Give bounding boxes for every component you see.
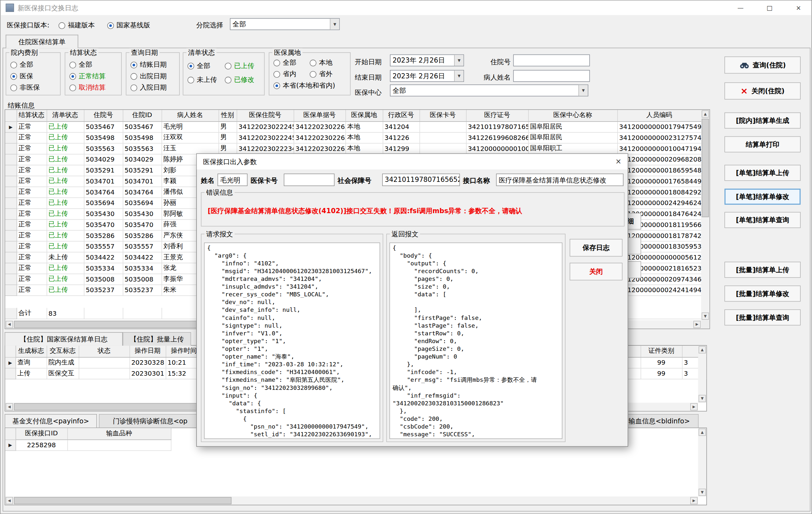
column-header[interactable]: 状态 [79,346,129,357]
generate-settlement-button[interactable]: [院内]结算单生成 [724,112,801,129]
scroll-down-icon[interactable]: ▼ [699,395,706,402]
minimize-button[interactable]: — [729,1,752,15]
column-header[interactable]: 交互标志 [47,346,79,357]
column-header[interactable]: 病人姓名 [162,110,219,121]
dropdown-arrow-icon[interactable]: ▼ [330,19,339,30]
log-vertical-scrollbar[interactable]: ▲ ▼ [698,346,706,403]
table-vertical-scrollbar[interactable]: ▲ ▼ [701,110,709,320]
column-header[interactable]: 证件类别 [641,346,682,357]
scroll-up-icon[interactable]: ▲ [699,346,706,354]
dropdown-arrow-icon[interactable]: ▼ [578,85,588,96]
dropdown-arrow-icon[interactable]: ▼ [454,55,463,66]
filter-radio[interactable]: 本省(本地和省内) [273,80,310,91]
column-header[interactable]: 性别 [219,110,236,121]
scroll-right-icon[interactable]: ▶ [693,321,701,328]
scrollbar-thumb[interactable] [14,497,231,504]
settlement-row[interactable]: 正常 已上传 5035498 5035498 汪双双 男 34122023022… [5,132,701,143]
filter-radio[interactable]: 取消结算 [69,82,105,93]
column-header[interactable]: 住院ID [123,110,162,121]
ssn-input[interactable]: 342101197807165652 [382,173,460,186]
single-query-button[interactable]: [单笔]结算单查询 [724,212,801,228]
column-header[interactable]: 医保单据号 [294,110,345,121]
interface-name-input[interactable]: 医疗保障基金结算清单信息状态修改 [496,173,624,186]
column-header[interactable]: 医保接口ID [16,428,67,439]
dialog-close-button[interactable]: 关闭 [570,263,622,280]
scroll-down-icon[interactable]: ▼ [702,313,709,320]
single-upload-button[interactable]: [单笔]结算单上传 [724,165,801,181]
batch-upload-button[interactable]: [批量]结算单上传 [724,262,801,278]
column-header[interactable]: 医保卡号 [419,110,466,121]
patient-name-input[interactable] [513,70,590,82]
filter-radio[interactable]: 省内 [273,69,310,80]
filter-radio[interactable]: 正常结算 [69,71,105,82]
filter-radio[interactable]: 未上传 [187,74,225,85]
filter-radio[interactable]: 全部 [69,59,105,70]
column-header[interactable]: 清单状态 [47,110,84,121]
scroll-up-icon[interactable]: ▲ [699,429,706,436]
filter-radio[interactable]: 已上传 [225,60,262,71]
column-header[interactable]: 人员编码 [617,110,701,121]
filter-radio[interactable]: 医保 [10,71,40,82]
print-settlement-button[interactable]: 结算单打印 [724,136,801,153]
filter-radio[interactable]: 省外 [310,69,350,80]
batch-modify-button[interactable]: [批量]结算单修改 [724,286,801,302]
start-date-picker[interactable]: 2023年 2月26日 ▼ [390,54,464,66]
column-header[interactable]: 医保属地 [345,110,383,121]
tab-national-settlement-log[interactable]: 【住院】国家医保结算单日志 [4,332,122,346]
maximize-button[interactable]: □ [758,1,781,15]
batch-query-button[interactable]: [批量]结算单查询 [724,309,801,325]
dropdown-arrow-icon[interactable]: ▼ [454,71,463,82]
column-header[interactable]: 输血品种 [67,428,171,439]
branch-select[interactable]: 全部 ▼ [230,18,340,30]
scroll-left-icon[interactable]: ◀ [6,497,13,504]
scroll-left-icon[interactable]: ◀ [6,403,13,410]
settlement-row[interactable]: 正常 已上传 5035563 5035563 汪玉 男 341220230222… [5,143,701,154]
filter-radio[interactable]: 非医保 [10,82,40,93]
scroll-right-icon[interactable]: ▶ [690,497,698,504]
tab-bldinfo[interactable]: 输血信息<bldinfo> [620,414,699,428]
scroll-right-icon[interactable]: ▶ [690,403,698,410]
column-header[interactable]: 医保中心名称 [528,110,617,121]
version-radio[interactable]: 福建版本 [59,20,95,31]
tab-inpatient-settlement[interactable]: 住院医保结算单 [6,35,78,48]
save-log-button[interactable]: 保存日志 [570,239,622,257]
scroll-up-icon[interactable]: ▲ [702,110,709,117]
response-message[interactable]: { "body": { "output": { "recordCounts": … [389,243,562,439]
scrollbar-thumb[interactable] [702,119,709,217]
column-header[interactable]: 行政区号 [383,110,419,121]
query-inpatient-button[interactable]: 查询(住院) [724,56,801,74]
column-header[interactable]: 生成标志 [16,346,47,357]
filter-radio[interactable]: 本地 [310,57,350,69]
single-modify-button[interactable]: [单笔]结算单修改 [724,189,801,205]
filter-radio[interactable]: 已修改 [225,74,262,85]
filter-radio[interactable]: 全部 [10,59,40,70]
filter-radio[interactable]: 全部 [187,60,225,71]
card-input[interactable] [284,173,335,186]
column-header[interactable]: 结算状态 [17,110,47,121]
column-header[interactable]: 操作日期 [129,346,166,357]
scroll-down-icon[interactable]: ▼ [699,489,706,496]
dialog-close-icon[interactable]: × [615,157,621,165]
tab-op-diagnosis[interactable]: 门诊慢特病诊断信息<op [99,414,201,428]
scroll-left-icon[interactable]: ◀ [6,321,13,328]
detail-vertical-scrollbar[interactable]: ▲ ▼ [698,428,706,496]
column-header[interactable]: 医疗证号 [466,110,528,121]
end-date-picker[interactable]: 2023年 2月26日 ▼ [390,70,464,82]
version-radio[interactable]: 国家基线版 [107,20,150,31]
column-header[interactable]: 住院号 [84,110,123,121]
detail-horizontal-scrollbar[interactable]: ◀ ▶ [5,496,698,505]
settlement-row[interactable]: ▶ 正常 已上传 5035467 5035467 毛光明 男 341220230… [5,121,701,132]
request-message[interactable]: { "arg0": { "infno": "4102", "msgid": "H… [204,243,380,439]
inpatient-no-input[interactable] [513,54,590,66]
filter-radio[interactable]: 全部 [273,57,310,69]
column-header[interactable]: 医保住院号 [236,110,294,121]
filter-radio[interactable]: 结账日期 [130,59,167,70]
name-input[interactable]: 毛光明 [218,173,248,186]
filter-radio[interactable]: 入院日期 [130,82,167,93]
tab-batch-upload-log[interactable]: 【住院】批量上传 [123,332,191,346]
insurance-center-select[interactable]: 全部 ▼ [390,84,588,97]
tab-payinfo[interactable]: 基金支付信息<payinfo> [4,414,97,428]
filter-radio[interactable]: 出院日期 [130,71,167,82]
close-inpatient-button[interactable]: × 关闭(住院) [724,83,801,100]
detail-row[interactable]: ▶ 2258298 [5,439,171,451]
